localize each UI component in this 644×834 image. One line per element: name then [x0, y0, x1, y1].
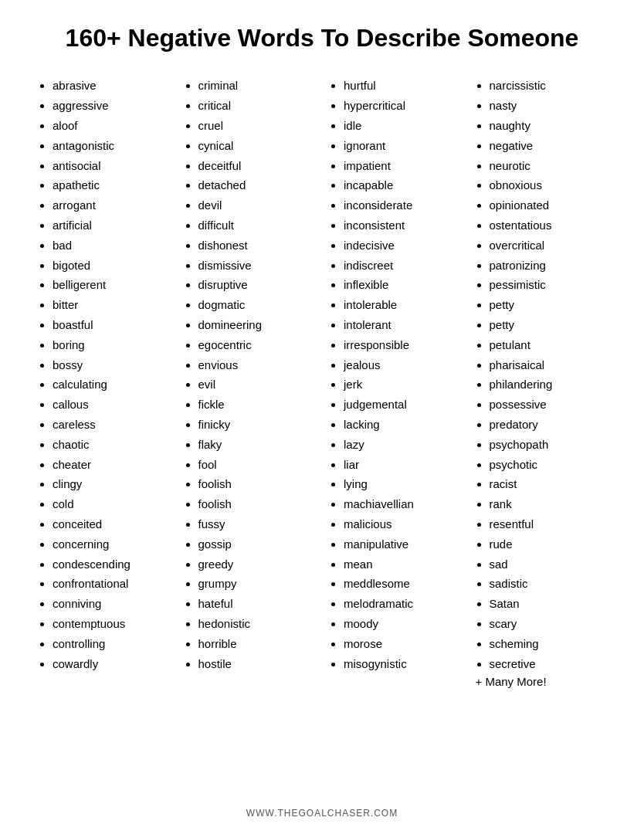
list-item: aloof	[53, 116, 169, 136]
list-item: chaotic	[53, 435, 169, 455]
list-item: judgemental	[344, 395, 460, 415]
column-col1: abrasiveaggressivealoofantagonisticantis…	[31, 76, 177, 792]
column-col2: criminalcriticalcruelcynicaldeceitfuldet…	[177, 76, 323, 792]
list-item: egocentric	[198, 335, 315, 355]
list-item: disruptive	[198, 275, 315, 295]
list-item: gossip	[198, 534, 315, 554]
list-item: neurotic	[490, 156, 606, 176]
list-item: sad	[490, 554, 606, 575]
list-item: inflexible	[344, 275, 460, 295]
list-item: incapable	[344, 175, 460, 195]
list-item: liar	[344, 455, 460, 475]
list-item: arrogant	[53, 195, 169, 215]
list-item: psychopath	[490, 435, 606, 455]
list-item: concerning	[53, 534, 169, 554]
list-item: dishonest	[198, 236, 315, 256]
list-item: evil	[198, 375, 315, 395]
list-item: conceited	[53, 514, 169, 534]
list-item: callous	[53, 395, 169, 415]
list-item: dismissive	[198, 256, 315, 276]
list-item: manipulative	[344, 534, 460, 554]
word-list: hurtfulhypercriticalidleignorantimpatien…	[330, 76, 460, 673]
list-item: artificial	[53, 215, 169, 236]
list-item: rude	[490, 534, 606, 554]
list-item: horrible	[198, 634, 315, 654]
list-item: obnoxious	[490, 175, 606, 195]
list-item: nasty	[490, 96, 606, 116]
list-item: petty	[490, 315, 606, 335]
list-item: confrontational	[53, 574, 169, 594]
list-item: bigoted	[53, 256, 169, 276]
list-item: cheater	[53, 455, 169, 475]
list-item: ignorant	[344, 136, 460, 156]
list-item: indecisive	[344, 236, 460, 256]
list-item: hypercritical	[344, 96, 460, 116]
list-item: conniving	[53, 594, 169, 614]
list-item: bossy	[53, 355, 169, 375]
list-item: idle	[344, 116, 460, 136]
list-item: lazy	[344, 435, 460, 455]
list-item: narcissistic	[490, 76, 606, 96]
list-item: fool	[198, 455, 315, 475]
list-item: contemptuous	[53, 614, 169, 634]
list-item: predatory	[490, 415, 606, 435]
list-item: scary	[490, 614, 606, 634]
list-item: careless	[53, 415, 169, 435]
list-item: envious	[198, 355, 315, 375]
list-item: controlling	[53, 634, 169, 654]
word-list: abrasiveaggressivealoofantagonisticantis…	[39, 76, 169, 673]
list-item: hostile	[198, 654, 315, 674]
list-item: dogmatic	[198, 295, 315, 315]
list-item: pessimistic	[490, 275, 606, 295]
list-item: negative	[490, 136, 606, 156]
list-item: resentful	[490, 514, 606, 534]
list-item: hedonistic	[198, 614, 315, 634]
list-item: cold	[53, 494, 169, 514]
list-item: cruel	[198, 116, 315, 136]
list-item: moody	[344, 614, 460, 634]
list-item: finicky	[198, 415, 315, 435]
list-item: abrasive	[53, 76, 169, 96]
list-item: antagonistic	[53, 136, 169, 156]
list-item: inconsiderate	[344, 195, 460, 215]
list-item: antisocial	[53, 156, 169, 176]
list-item: aggressive	[53, 96, 169, 116]
list-item: meddlesome	[344, 574, 460, 594]
more-words-text: + Many More!	[476, 675, 606, 688]
list-item: melodramatic	[344, 594, 460, 614]
list-item: intolerant	[344, 315, 460, 335]
list-item: jerk	[344, 375, 460, 395]
list-item: racist	[490, 474, 606, 494]
list-item: boring	[53, 335, 169, 355]
list-item: naughty	[490, 116, 606, 136]
footer-url: WWW.THEGOALCHASER.COM	[246, 808, 398, 819]
list-item: indiscreet	[344, 256, 460, 276]
list-item: intolerable	[344, 295, 460, 315]
list-item: jealous	[344, 355, 460, 375]
list-item: cynical	[198, 136, 315, 156]
list-item: apathetic	[53, 175, 169, 195]
list-item: deceitful	[198, 156, 315, 176]
list-item: petty	[490, 295, 606, 315]
list-item: misogynistic	[344, 654, 460, 674]
list-item: philandering	[490, 375, 606, 395]
list-item: flaky	[198, 435, 315, 455]
list-item: ostentatious	[490, 215, 606, 236]
list-item: difficult	[198, 215, 315, 236]
list-item: bad	[53, 236, 169, 256]
list-item: morose	[344, 634, 460, 654]
list-item: machiavellian	[344, 494, 460, 514]
list-item: pharisaical	[490, 355, 606, 375]
list-item: bitter	[53, 295, 169, 315]
list-item: hateful	[198, 594, 315, 614]
list-item: patronizing	[490, 256, 606, 276]
list-item: greedy	[198, 554, 315, 575]
list-item: fussy	[198, 514, 315, 534]
list-item: impatient	[344, 156, 460, 176]
word-columns: abrasiveaggressivealoofantagonisticantis…	[31, 76, 613, 792]
list-item: malicious	[344, 514, 460, 534]
column-col4: narcissisticnastynaughtynegativeneurotic…	[468, 76, 614, 792]
list-item: condescending	[53, 554, 169, 575]
list-item: hurtful	[344, 76, 460, 96]
word-list: criminalcriticalcruelcynicaldeceitfuldet…	[185, 76, 315, 673]
